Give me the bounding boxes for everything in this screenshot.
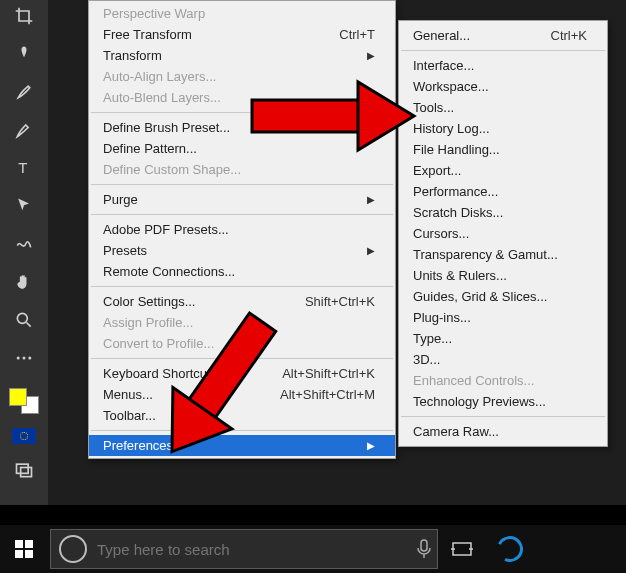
more-tools-icon[interactable] [12, 346, 36, 370]
svg-rect-5 [17, 464, 29, 473]
edit-menu-item-toolbar[interactable]: Toolbar... [89, 405, 395, 426]
menu-item-label: Technology Previews... [413, 394, 546, 409]
menu-item-shortcut: Ctrl+T [339, 27, 375, 42]
hand-tool-icon[interactable] [12, 270, 36, 294]
menu-item-label: Menus... [103, 387, 153, 402]
eyedropper-tool-icon[interactable] [12, 42, 36, 66]
foreground-color-swatch[interactable] [9, 388, 27, 406]
edit-menu-item-adobe-pdf-presets[interactable]: Adobe PDF Presets... [89, 219, 395, 240]
submenu-caret-icon: ▶ [367, 440, 375, 451]
svg-rect-16 [453, 543, 471, 555]
edit-menu-item-presets[interactable]: Presets▶ [89, 240, 395, 261]
prefs-menu-item-3d[interactable]: 3D... [399, 349, 607, 370]
menu-item-label: Define Custom Shape... [103, 162, 241, 177]
svg-rect-14 [25, 550, 33, 558]
edit-menu-item-color-settings[interactable]: Color Settings...Shift+Ctrl+K [89, 291, 395, 312]
color-swatches[interactable] [9, 388, 39, 414]
edit-menu-separator [91, 430, 393, 431]
prefs-menu-item-transparency-gamut[interactable]: Transparency & Gamut... [399, 244, 607, 265]
edit-menu-item-preferences[interactable]: Preferences▶ [89, 435, 395, 456]
menu-item-label: Interface... [413, 58, 474, 73]
menu-item-label: Convert to Profile... [103, 336, 214, 351]
prefs-menu-item-workspace[interactable]: Workspace... [399, 76, 607, 97]
prefs-menu-item-interface[interactable]: Interface... [399, 55, 607, 76]
edit-menu-item-convert-to-profile: Convert to Profile... [89, 333, 395, 354]
menu-item-label: Keyboard Shortcuts... [103, 366, 228, 381]
menu-item-label: Transform [103, 48, 162, 63]
custom-shape-icon[interactable] [12, 232, 36, 256]
prefs-menu-item-general[interactable]: General...Ctrl+K [399, 25, 607, 46]
menu-item-label: Plug-ins... [413, 310, 471, 325]
menu-item-shortcut: Alt+Shift+Ctrl+M [280, 387, 375, 402]
mic-icon[interactable] [411, 539, 437, 559]
svg-rect-6 [21, 468, 32, 477]
edit-menu-item-menus[interactable]: Menus...Alt+Shift+Ctrl+M [89, 384, 395, 405]
prefs-menu-item-guides-grid-slices[interactable]: Guides, Grid & Slices... [399, 286, 607, 307]
menu-item-label: Tools... [413, 100, 454, 115]
type-tool-icon[interactable]: T [12, 156, 36, 180]
svg-rect-11 [15, 540, 23, 548]
edit-menu-item-transform[interactable]: Transform▶ [89, 45, 395, 66]
menu-item-label: Cursors... [413, 226, 469, 241]
prefs-menu-separator [401, 416, 605, 417]
screen-mode-icon[interactable] [12, 458, 36, 482]
prefs-menu-item-plug-ins[interactable]: Plug-ins... [399, 307, 607, 328]
menu-item-label: Performance... [413, 184, 498, 199]
edit-menu-item-perspective-warp: Perspective Warp [89, 3, 395, 24]
cortana-icon [59, 535, 87, 563]
zoom-tool-icon[interactable] [12, 308, 36, 332]
edit-menu-item-free-transform[interactable]: Free TransformCtrl+T [89, 24, 395, 45]
prefs-menu-item-tools[interactable]: Tools... [399, 97, 607, 118]
menu-item-label: Enhanced Controls... [413, 373, 534, 388]
prefs-menu-item-history-log[interactable]: History Log... [399, 118, 607, 139]
prefs-menu-item-camera-raw[interactable]: Camera Raw... [399, 421, 607, 442]
prefs-menu-separator [401, 50, 605, 51]
photoshop-tool-strip: T [0, 0, 48, 505]
menu-item-label: 3D... [413, 352, 440, 367]
menu-item-label: Color Settings... [103, 294, 196, 309]
healing-brush-icon[interactable] [12, 80, 36, 104]
menu-item-label: Units & Rulers... [413, 268, 507, 283]
prefs-menu-item-scratch-disks[interactable]: Scratch Disks... [399, 202, 607, 223]
edit-menu-item-purge[interactable]: Purge▶ [89, 189, 395, 210]
edit-menu-item-keyboard-shortcuts[interactable]: Keyboard Shortcuts...Alt+Shift+Ctrl+K [89, 363, 395, 384]
submenu-caret-icon: ▶ [367, 245, 375, 256]
brush-tool-icon[interactable] [12, 118, 36, 142]
edit-menu-item-define-pattern[interactable]: Define Pattern... [89, 138, 395, 159]
svg-point-3 [23, 357, 26, 360]
prefs-menu-item-type[interactable]: Type... [399, 328, 607, 349]
menu-item-label: File Handling... [413, 142, 500, 157]
start-button[interactable] [0, 525, 48, 573]
prefs-menu-item-export[interactable]: Export... [399, 160, 607, 181]
search-input[interactable] [97, 541, 411, 558]
prefs-menu-item-performance[interactable]: Performance... [399, 181, 607, 202]
edge-browser-button[interactable] [486, 525, 534, 573]
menu-item-label: Define Pattern... [103, 141, 197, 156]
prefs-menu-item-cursors[interactable]: Cursors... [399, 223, 607, 244]
menu-item-label: General... [413, 28, 470, 43]
edge-icon [493, 532, 526, 565]
taskbar-search[interactable] [50, 529, 438, 569]
path-selection-icon[interactable] [12, 194, 36, 218]
svg-rect-12 [25, 540, 33, 548]
windows-taskbar [0, 525, 626, 573]
menu-item-label: Camera Raw... [413, 424, 499, 439]
menu-item-label: Toolbar... [103, 408, 156, 423]
svg-point-2 [17, 357, 20, 360]
menu-item-label: History Log... [413, 121, 490, 136]
prefs-menu-item-file-handling[interactable]: File Handling... [399, 139, 607, 160]
prefs-menu-item-technology-previews[interactable]: Technology Previews... [399, 391, 607, 412]
task-view-button[interactable] [438, 525, 486, 573]
crop-tool-icon[interactable] [12, 4, 36, 28]
quickmask-icon[interactable] [12, 428, 36, 444]
edit-menu-item-define-brush-preset[interactable]: Define Brush Preset... [89, 117, 395, 138]
edit-menu-separator [91, 286, 393, 287]
edit-menu-item-remote-connections[interactable]: Remote Connections... [89, 261, 395, 282]
edit-menu-separator [91, 184, 393, 185]
menu-item-label: Define Brush Preset... [103, 120, 230, 135]
submenu-caret-icon: ▶ [367, 50, 375, 61]
prefs-menu-item-units-rulers[interactable]: Units & Rulers... [399, 265, 607, 286]
edit-menu-item-auto-blend-layers: Auto-Blend Layers... [89, 87, 395, 108]
menu-item-label: Workspace... [413, 79, 489, 94]
menu-item-label: Auto-Align Layers... [103, 69, 216, 84]
